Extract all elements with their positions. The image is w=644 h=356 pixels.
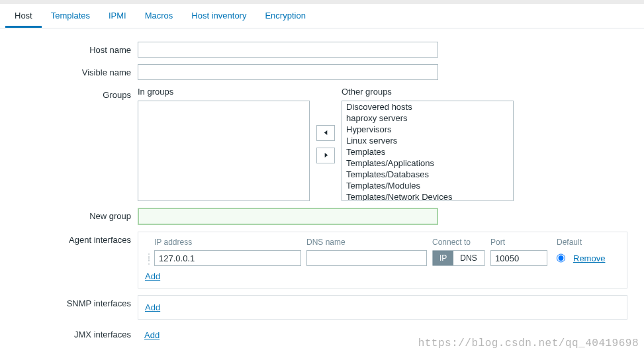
tab-host-inventory[interactable]: Host inventory xyxy=(182,4,255,28)
iface-header-default: Default xyxy=(557,238,595,247)
new-group-label: New group xyxy=(13,208,138,221)
tab-macros[interactable]: Macros xyxy=(136,4,183,28)
iface-header-connect: Connect to xyxy=(432,238,485,247)
agent-connect-toggle: IP DNS xyxy=(432,250,485,266)
visible-name-label: Visible name xyxy=(13,64,138,77)
agent-add-link[interactable]: Add xyxy=(145,271,620,281)
snmp-add-link[interactable]: Add xyxy=(145,302,160,312)
tabs-bar: Host Templates IPMI Macros Host inventor… xyxy=(0,4,644,28)
svg-marker-0 xyxy=(324,130,327,135)
iface-header-dns: DNS name xyxy=(306,238,427,247)
list-item[interactable]: Templates/Network Devices xyxy=(342,191,513,201)
jmx-interfaces-label: JMX interfaces xyxy=(13,326,138,339)
agent-remove-link[interactable]: Remove xyxy=(573,253,605,263)
host-form: Host name Visible name Groups In groups xyxy=(0,28,644,340)
tab-encryption[interactable]: Encryption xyxy=(255,4,314,28)
agent-connect-ip-button[interactable]: IP xyxy=(433,251,453,265)
list-item[interactable]: Templates/Modules xyxy=(342,180,513,191)
other-groups-listbox[interactable]: Discovered hostshaproxy serversHyperviso… xyxy=(342,101,514,201)
list-item[interactable]: Discovered hosts xyxy=(342,101,513,112)
in-groups-listbox[interactable] xyxy=(138,101,310,201)
host-name-label: Host name xyxy=(13,42,138,55)
tab-templates[interactable]: Templates xyxy=(42,4,99,28)
list-item[interactable]: haproxy servers xyxy=(342,112,513,124)
agent-port-input[interactable] xyxy=(490,250,547,266)
move-left-button[interactable] xyxy=(316,125,335,141)
iface-header-port: Port xyxy=(490,238,547,247)
list-item[interactable]: Linux servers xyxy=(342,135,513,146)
triangle-left-icon xyxy=(323,130,329,136)
new-group-input[interactable] xyxy=(138,208,438,225)
agent-interfaces-box: IP address DNS name Connect to Port Defa… xyxy=(138,232,627,289)
list-item[interactable]: Templates xyxy=(342,146,513,157)
list-item[interactable]: Hypervisors xyxy=(342,124,513,135)
svg-marker-1 xyxy=(324,153,328,157)
visible-name-input[interactable] xyxy=(138,64,438,80)
other-groups-label: Other groups xyxy=(342,87,514,97)
list-item[interactable]: Templates/Applications xyxy=(342,157,513,169)
triangle-right-icon xyxy=(323,152,329,158)
agent-dns-input[interactable] xyxy=(306,250,427,266)
snmp-interfaces-box: Add xyxy=(138,295,627,320)
iface-header-ip: IP address xyxy=(154,238,301,247)
tab-host[interactable]: Host xyxy=(5,4,42,28)
list-item[interactable]: Templates/Databases xyxy=(342,169,513,180)
jmx-add-link[interactable]: Add xyxy=(144,330,160,340)
agent-default-radio[interactable] xyxy=(557,253,565,263)
agent-ip-input[interactable] xyxy=(154,250,301,266)
move-right-button[interactable] xyxy=(316,148,335,163)
groups-label: Groups xyxy=(13,87,138,100)
host-name-input[interactable] xyxy=(138,42,438,58)
snmp-interfaces-label: SNMP interfaces xyxy=(13,295,138,308)
in-groups-label: In groups xyxy=(138,87,310,97)
agent-connect-dns-button[interactable]: DNS xyxy=(453,251,483,265)
agent-interfaces-label: Agent interfaces xyxy=(13,232,138,245)
drag-handle-icon[interactable]: ⋮⋮⋮⋮ xyxy=(145,253,154,263)
tab-ipmi[interactable]: IPMI xyxy=(99,4,136,28)
